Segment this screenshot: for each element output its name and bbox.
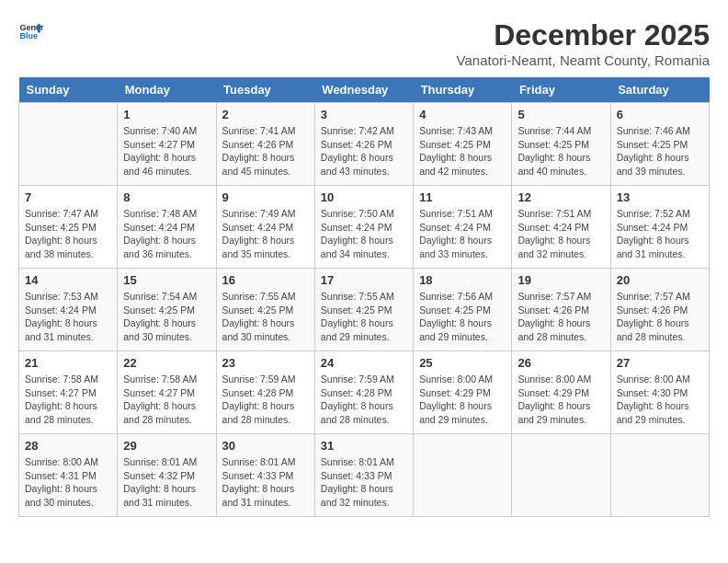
calendar-cell: 9Sunrise: 7:49 AM Sunset: 4:24 PM Daylig… (216, 186, 314, 269)
day-info: Sunrise: 7:42 AM Sunset: 4:26 PM Dayligh… (321, 124, 407, 178)
calendar-cell: 18Sunrise: 7:56 AM Sunset: 4:25 PM Dayli… (414, 269, 512, 351)
day-info: Sunrise: 7:55 AM Sunset: 4:25 PM Dayligh… (321, 290, 407, 344)
calendar-cell: 29Sunrise: 8:01 AM Sunset: 4:32 PM Dayli… (118, 434, 216, 517)
day-number: 15 (123, 273, 210, 287)
day-info: Sunrise: 8:01 AM Sunset: 4:33 PM Dayligh… (321, 455, 407, 510)
day-info: Sunrise: 7:52 AM Sunset: 4:24 PM Dayligh… (617, 207, 703, 261)
day-info: Sunrise: 7:41 AM Sunset: 4:26 PM Dayligh… (222, 124, 309, 178)
day-info: Sunrise: 7:50 AM Sunset: 4:24 PM Dayligh… (321, 207, 407, 261)
day-number: 7 (25, 190, 111, 204)
day-info: Sunrise: 8:00 AM Sunset: 4:31 PM Dayligh… (25, 455, 111, 510)
calendar-cell (414, 434, 512, 517)
calendar-week-row: 1Sunrise: 7:40 AM Sunset: 4:27 PM Daylig… (19, 103, 710, 186)
day-number: 1 (123, 108, 210, 121)
calendar-cell (610, 434, 709, 517)
calendar-cell: 1Sunrise: 7:40 AM Sunset: 4:27 PM Daylig… (118, 103, 216, 186)
day-info: Sunrise: 7:51 AM Sunset: 4:24 PM Dayligh… (518, 207, 604, 261)
calendar-cell: 15Sunrise: 7:54 AM Sunset: 4:25 PM Dayli… (118, 269, 216, 351)
day-number: 29 (123, 439, 210, 453)
day-number: 26 (518, 356, 604, 370)
calendar-cell: 11Sunrise: 7:51 AM Sunset: 4:24 PM Dayli… (414, 186, 512, 269)
day-info: Sunrise: 7:51 AM Sunset: 4:24 PM Dayligh… (419, 207, 506, 261)
calendar-cell: 2Sunrise: 7:41 AM Sunset: 4:26 PM Daylig… (216, 103, 314, 186)
calendar-cell: 3Sunrise: 7:42 AM Sunset: 4:26 PM Daylig… (314, 103, 413, 186)
day-number: 23 (222, 356, 309, 370)
day-info: Sunrise: 7:55 AM Sunset: 4:25 PM Dayligh… (222, 290, 309, 344)
day-number: 6 (617, 108, 703, 121)
calendar-cell: 5Sunrise: 7:44 AM Sunset: 4:25 PM Daylig… (512, 103, 610, 186)
day-info: Sunrise: 7:43 AM Sunset: 4:25 PM Dayligh… (419, 124, 506, 178)
day-number: 5 (518, 108, 604, 121)
day-number: 4 (419, 108, 506, 121)
calendar-cell: 27Sunrise: 8:00 AM Sunset: 4:30 PM Dayli… (610, 351, 709, 434)
calendar-cell: 22Sunrise: 7:58 AM Sunset: 4:27 PM Dayli… (118, 351, 216, 434)
logo-icon: General Blue (18, 18, 44, 44)
day-number: 22 (123, 356, 210, 370)
day-number: 14 (25, 273, 111, 287)
day-of-week-header: Monday (118, 77, 216, 103)
day-number: 13 (617, 190, 703, 204)
day-info: Sunrise: 8:01 AM Sunset: 4:33 PM Dayligh… (222, 455, 309, 510)
day-number: 19 (518, 273, 604, 287)
calendar-week-row: 14Sunrise: 7:53 AM Sunset: 4:24 PM Dayli… (19, 269, 710, 351)
calendar-week-row: 7Sunrise: 7:47 AM Sunset: 4:25 PM Daylig… (19, 186, 710, 269)
day-number: 30 (222, 439, 309, 453)
day-number: 20 (617, 273, 703, 287)
calendar-week-row: 21Sunrise: 7:58 AM Sunset: 4:27 PM Dayli… (19, 351, 710, 434)
calendar-cell: 25Sunrise: 8:00 AM Sunset: 4:29 PM Dayli… (414, 351, 512, 434)
calendar-cell (512, 434, 610, 517)
calendar-cell: 30Sunrise: 8:01 AM Sunset: 4:33 PM Dayli… (216, 434, 314, 517)
day-info: Sunrise: 7:57 AM Sunset: 4:26 PM Dayligh… (617, 290, 703, 344)
page-header: General Blue December 2025 Vanatori-Neam… (18, 18, 710, 68)
day-of-week-header: Tuesday (216, 77, 314, 103)
calendar-cell: 20Sunrise: 7:57 AM Sunset: 4:26 PM Dayli… (610, 269, 709, 351)
day-number: 27 (617, 356, 703, 370)
calendar-cell: 28Sunrise: 8:00 AM Sunset: 4:31 PM Dayli… (19, 434, 118, 517)
day-info: Sunrise: 8:00 AM Sunset: 4:29 PM Dayligh… (518, 373, 604, 427)
day-info: Sunrise: 7:54 AM Sunset: 4:25 PM Dayligh… (123, 290, 210, 344)
calendar-cell: 6Sunrise: 7:46 AM Sunset: 4:25 PM Daylig… (610, 103, 709, 186)
calendar-cell: 14Sunrise: 7:53 AM Sunset: 4:24 PM Dayli… (19, 269, 118, 351)
calendar-cell: 26Sunrise: 8:00 AM Sunset: 4:29 PM Dayli… (512, 351, 610, 434)
day-number: 2 (222, 108, 309, 121)
day-number: 10 (321, 190, 407, 204)
day-info: Sunrise: 7:40 AM Sunset: 4:27 PM Dayligh… (123, 124, 210, 178)
calendar-cell: 19Sunrise: 7:57 AM Sunset: 4:26 PM Dayli… (512, 269, 610, 351)
day-info: Sunrise: 7:47 AM Sunset: 4:25 PM Dayligh… (25, 207, 111, 261)
day-info: Sunrise: 7:59 AM Sunset: 4:28 PM Dayligh… (321, 373, 407, 427)
day-of-week-header: Saturday (610, 77, 709, 103)
calendar-cell: 24Sunrise: 7:59 AM Sunset: 4:28 PM Dayli… (314, 351, 413, 434)
day-of-week-header: Sunday (19, 77, 118, 103)
day-number: 21 (25, 356, 111, 370)
day-number: 8 (123, 190, 210, 204)
day-info: Sunrise: 7:57 AM Sunset: 4:26 PM Dayligh… (518, 290, 604, 344)
svg-text:Blue: Blue (19, 31, 38, 40)
logo: General Blue (18, 18, 44, 44)
day-info: Sunrise: 7:44 AM Sunset: 4:25 PM Dayligh… (518, 124, 604, 178)
day-of-week-header: Wednesday (314, 77, 413, 103)
calendar-table: SundayMondayTuesdayWednesdayThursdayFrid… (18, 77, 710, 517)
month-title: December 2025 (457, 18, 710, 52)
day-number: 24 (321, 356, 407, 370)
location-subtitle: Vanatori-Neamt, Neamt County, Romania (457, 52, 710, 68)
calendar-cell (19, 103, 118, 186)
day-number: 9 (222, 190, 309, 204)
day-info: Sunrise: 7:59 AM Sunset: 4:28 PM Dayligh… (222, 373, 309, 427)
day-number: 17 (321, 273, 407, 287)
day-number: 11 (419, 190, 506, 204)
day-info: Sunrise: 8:00 AM Sunset: 4:30 PM Dayligh… (617, 373, 703, 427)
title-area: December 2025 Vanatori-Neamt, Neamt Coun… (457, 18, 710, 68)
day-number: 12 (518, 190, 604, 204)
day-info: Sunrise: 7:58 AM Sunset: 4:27 PM Dayligh… (123, 373, 210, 427)
day-info: Sunrise: 7:49 AM Sunset: 4:24 PM Dayligh… (222, 207, 309, 261)
day-info: Sunrise: 8:00 AM Sunset: 4:29 PM Dayligh… (419, 373, 506, 427)
day-of-week-header: Friday (512, 77, 610, 103)
calendar-cell: 4Sunrise: 7:43 AM Sunset: 4:25 PM Daylig… (414, 103, 512, 186)
day-info: Sunrise: 7:58 AM Sunset: 4:27 PM Dayligh… (25, 373, 111, 427)
day-info: Sunrise: 7:53 AM Sunset: 4:24 PM Dayligh… (25, 290, 111, 344)
calendar-cell: 16Sunrise: 7:55 AM Sunset: 4:25 PM Dayli… (216, 269, 314, 351)
calendar-cell: 21Sunrise: 7:58 AM Sunset: 4:27 PM Dayli… (19, 351, 118, 434)
day-number: 18 (419, 273, 506, 287)
calendar-cell: 23Sunrise: 7:59 AM Sunset: 4:28 PM Dayli… (216, 351, 314, 434)
day-number: 16 (222, 273, 309, 287)
